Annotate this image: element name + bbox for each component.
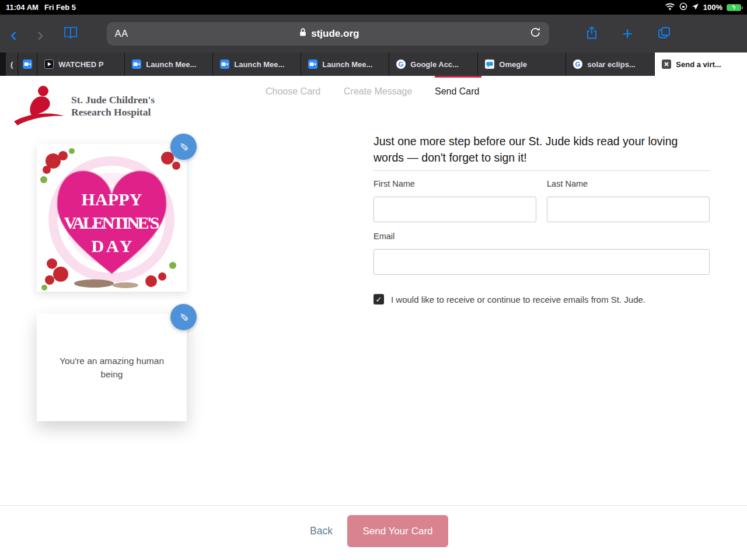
email-consent-row: ✓ I would like to receive or continue to… <box>374 294 645 304</box>
tab-label: Launch Mee... <box>234 60 284 69</box>
step-create-message[interactable]: Create Message <box>344 86 412 97</box>
tab-label: Send a virt... <box>676 60 721 69</box>
new-tab-plus-icon[interactable]: + <box>623 25 633 43</box>
back-chevron-icon[interactable]: ‹ <box>11 24 17 44</box>
google-favicon: G <box>573 60 582 69</box>
tab-video[interactable] <box>18 52 37 76</box>
tab-overview-icon[interactable] <box>657 26 671 41</box>
card-message-text: You're an amazing human being <box>54 354 170 382</box>
bookmarks-icon[interactable] <box>64 26 78 41</box>
video-favicon <box>308 60 317 69</box>
tab-google-account[interactable]: G Google Acc... <box>389 52 478 76</box>
form-divider <box>374 170 710 171</box>
google-favicon: G <box>396 60 406 69</box>
email-input[interactable] <box>374 249 710 275</box>
footer-divider <box>0 505 747 506</box>
location-arrow-icon <box>692 3 699 12</box>
last-name-input[interactable] <box>547 197 710 222</box>
tab-label: Omegle <box>499 60 527 69</box>
play-favicon <box>44 60 54 69</box>
back-link[interactable]: Back <box>310 525 333 537</box>
form-heading: Just one more step before our St. Jude k… <box>374 133 692 166</box>
edit-message-button[interactable]: ✎ <box>170 304 197 330</box>
tab-label: Google Acc... <box>410 60 459 69</box>
tab-send-virtual-card-active[interactable]: Send a virt... <box>655 52 747 76</box>
ipad-safari-screen: 11:04 AM Fri Feb 5 100% ϟ ‹ › AA <box>0 0 747 560</box>
status-bar: 11:04 AM Fri Feb 5 100% ϟ <box>0 0 747 15</box>
battery-percent: 100% <box>703 3 722 12</box>
omegle-favicon <box>485 60 494 69</box>
tab-label: solar eclips... <box>587 60 635 69</box>
first-name-label: First Name <box>374 179 415 188</box>
tab-truncated[interactable]: ( <box>6 52 18 76</box>
reader-aa-icon[interactable]: AA <box>115 29 128 39</box>
tab-launch-meeting-1[interactable]: Launch Mee... <box>125 52 213 76</box>
rotation-lock-icon <box>679 2 687 12</box>
video-favicon <box>23 60 32 69</box>
last-name-label: Last Name <box>547 179 588 188</box>
stjude-logo: St. Jude Children's Research Hospital <box>12 84 155 128</box>
tab-launch-meeting-3[interactable]: Launch Mee... <box>301 52 389 76</box>
stjude-logo-mark <box>12 84 65 128</box>
wifi-icon <box>665 2 675 12</box>
tab-label: Launch Mee... <box>146 60 196 69</box>
consent-label: I would like to receive or continue to r… <box>391 295 645 304</box>
tab-omegle[interactable]: Omegle <box>478 52 566 76</box>
tab-label: Launch Mee... <box>322 60 372 69</box>
edit-pencil-icon: ✎ <box>177 313 190 322</box>
tab-strip: ( WATCHED P Launch Mee... Launch Mee... … <box>0 52 747 76</box>
consent-checkbox[interactable]: ✓ <box>374 294 384 304</box>
card-text-line2: VALENTINE'S <box>64 213 160 232</box>
status-date: Fri Feb 5 <box>44 3 76 12</box>
browser-toolbar: ‹ › AA stjude.org + <box>0 15 747 52</box>
close-favicon <box>662 60 671 69</box>
step-send-card[interactable]: Send Card <box>435 86 480 97</box>
tab-label: ( <box>11 60 13 69</box>
active-step-indicator <box>435 76 481 78</box>
email-label: Email <box>374 232 395 241</box>
share-icon[interactable] <box>585 26 598 42</box>
edit-pencil-icon: ✎ <box>177 142 190 152</box>
tab-label: WATCHED P <box>58 60 103 69</box>
logo-line1: St. Jude Children's <box>71 94 155 106</box>
forward-chevron-icon[interactable]: › <box>37 24 43 44</box>
tab-launch-meeting-2[interactable]: Launch Mee... <box>213 52 301 76</box>
page-content: St. Jude Children's Research Hospital Ch… <box>0 76 747 560</box>
video-favicon <box>220 60 229 69</box>
tab-solar-eclipse[interactable]: G solar eclips... <box>566 52 655 76</box>
valentine-card-art: HAPPY VALENTINE'S DAY <box>37 144 187 292</box>
svg-text:G: G <box>575 61 581 68</box>
status-time: 11:04 AM <box>6 3 39 12</box>
battery-icon: ϟ <box>727 4 741 11</box>
step-choose-card[interactable]: Choose Card <box>266 86 320 97</box>
logo-line2: Research Hospital <box>71 106 155 118</box>
card-text-line3: DAY <box>92 236 132 256</box>
first-name-input[interactable] <box>374 197 536 222</box>
svg-text:G: G <box>399 61 404 68</box>
card-text-line1: HAPPY <box>82 190 142 209</box>
tab-watched[interactable]: WATCHED P <box>37 52 125 76</box>
card-message-preview: You're an amazing human being <box>37 314 187 421</box>
reload-icon[interactable] <box>530 27 541 40</box>
url-text: stjude.org <box>311 28 359 40</box>
card-front-preview: HAPPY VALENTINE'S DAY <box>37 144 187 292</box>
send-your-card-button[interactable]: Send Your Card <box>347 515 448 547</box>
video-favicon <box>132 60 141 69</box>
edit-card-button[interactable]: ✎ <box>170 134 197 160</box>
url-bar[interactable]: AA stjude.org <box>107 22 549 46</box>
lock-icon <box>299 27 307 40</box>
